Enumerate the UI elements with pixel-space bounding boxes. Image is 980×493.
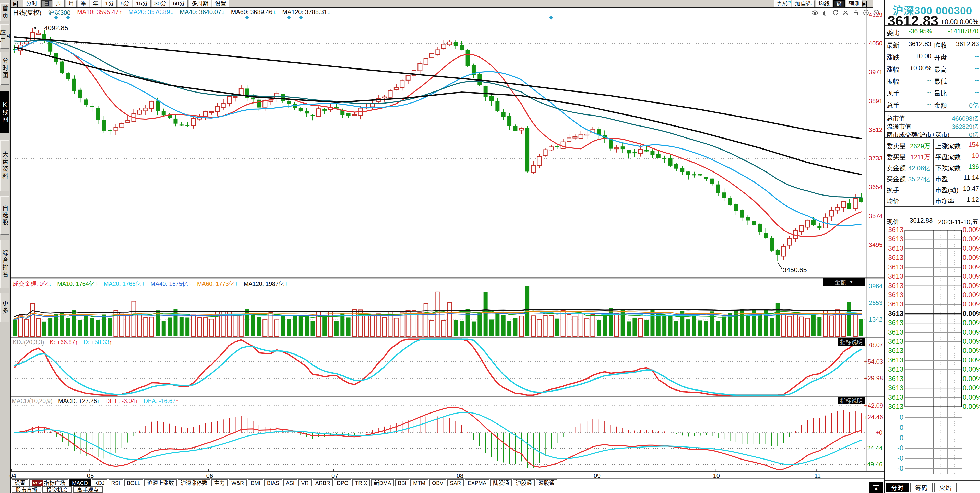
indicator-button-DPO[interactable]: DPO	[334, 479, 352, 487]
bottom-links: 股市直播投资机会高手观点	[12, 487, 103, 493]
tool-button-窗[interactable]: 窗	[834, 0, 845, 7]
indicator-button-RSI[interactable]: RSI	[108, 479, 123, 487]
period-button-多周期[interactable]: 多周期	[189, 0, 211, 7]
sidebar-item-首页[interactable]: 首页	[0, 3, 10, 21]
kdj-info-badge[interactable]: 指标说明	[837, 338, 865, 346]
sidebar-item-应用[interactable]: ▶▏应用	[0, 24, 10, 49]
period-button-60分[interactable]: 60分	[170, 0, 188, 7]
period-button-1分[interactable]: 1分	[102, 0, 117, 7]
indicator-button-新DMA[interactable]: 新DMA	[371, 479, 394, 487]
price-axis-label: 4129	[864, 11, 883, 18]
collapse-left-icon[interactable]: ▶▏	[13, 0, 21, 6]
volume-axis-label: 3964	[864, 282, 883, 290]
macd-info-badge[interactable]: 指标说明	[837, 397, 865, 404]
ladder-pct: 0.00%	[963, 356, 980, 364]
period-button-季[interactable]: 季	[78, 0, 89, 7]
sidebar-item-自选股[interactable]: 自选股	[0, 196, 10, 235]
period-button-周[interactable]: 周	[53, 0, 65, 7]
period-button-30分[interactable]: 30分	[152, 0, 169, 7]
trading-terminal: ▶▏ 分时日周月季年1分5分15分30分60分多周期设置 九转加自选均线窗预测 …	[0, 0, 980, 493]
sidebar-item-综合排名[interactable]: 综合排名	[0, 240, 10, 288]
tool-button-均线[interactable]: 均线	[816, 0, 832, 7]
indicator-button-SAR[interactable]: SAR	[447, 479, 464, 487]
bottom-link-高手观点[interactable]: 高手观点	[73, 487, 103, 493]
price-axis-label: 3812	[864, 126, 883, 133]
weibi-value: -36.95%	[908, 28, 932, 35]
ladder-price: 3613	[885, 273, 904, 280]
volume-axis-label: 2653	[864, 299, 883, 306]
indicator-button-深股通[interactable]: 深股通	[536, 479, 557, 487]
sidebar-item-更多[interactable]: 更多	[0, 293, 10, 322]
period-button-设置[interactable]: 设置	[212, 0, 229, 7]
tool-button-预测[interactable]: 预测	[846, 0, 862, 7]
indicator-button-VR[interactable]: VR	[298, 479, 311, 487]
indicator-button-BOLL[interactable]: BOLL	[124, 479, 143, 487]
indicator-button-MTM[interactable]: MTM	[410, 479, 428, 487]
ladder-pct: 0.00%	[963, 319, 980, 327]
bottom-link-投资机会[interactable]: 投资机会	[42, 487, 72, 493]
sidebar-item-大盘资料[interactable]: 大盘资料	[0, 140, 10, 191]
scroll-top-button[interactable]: ▲	[869, 482, 883, 493]
macd-value: MACD: +27.26↓	[58, 398, 100, 405]
period-button-月[interactable]: 月	[65, 0, 77, 7]
ladder-price: 3613	[885, 384, 904, 392]
period-button-年[interactable]: 年	[90, 0, 101, 7]
divider	[885, 137, 980, 138]
sidebar-item-分时图[interactable]: 分时图	[0, 52, 10, 85]
price-axis-label: 3891	[864, 97, 883, 105]
diff-value: DIFF: -3.04↑	[105, 398, 138, 405]
indicator-button-KDJ[interactable]: KDJ	[92, 479, 108, 487]
quote-label-最低: 最低	[934, 77, 947, 86]
indicator-button-主力[interactable]: 主力	[211, 479, 228, 487]
tab-火焰[interactable]: 火焰	[934, 482, 956, 492]
period-button-5分[interactable]: 5分	[118, 0, 132, 7]
quote-label-市盈: 市盈	[935, 174, 948, 183]
volume-mode-dropdown[interactable]: 金额 ▼	[823, 278, 865, 286]
bottom-link-股市直播[interactable]: 股市直播	[12, 487, 41, 493]
indicator-button-ASI[interactable]: ASI	[283, 479, 298, 487]
price-change-pct: +0.00%	[956, 18, 978, 26]
period-button-日[interactable]: 日	[41, 0, 52, 7]
quote-value-振幅: --	[901, 77, 931, 84]
indicator-button-MACD[interactable]: MACD	[69, 479, 91, 487]
indicator-button-BIAS[interactable]: BIAS	[264, 479, 282, 487]
indicator-button-BBI[interactable]: BBI	[395, 479, 409, 487]
ladder-price: 3613	[885, 365, 904, 373]
ladder-price: 3613	[885, 254, 904, 262]
collapse-right-icon[interactable]: ▶▏	[862, 0, 870, 6]
ladder-pct: 0.00%	[963, 329, 980, 336]
indicator-button-OBV[interactable]: OBV	[429, 479, 446, 487]
tool-button-九转[interactable]: 九转	[774, 0, 791, 7]
ladder-zero: -0	[885, 464, 904, 472]
tab-分时[interactable]: 分时	[886, 482, 908, 492]
quote-value-流通市值: 362829亿	[952, 122, 978, 131]
indicator-button-W&R[interactable]: W&R	[229, 479, 247, 487]
sidebar-item-K线图[interactable]: K线图	[0, 91, 10, 133]
indicator-button-沪股通[interactable]: 沪股通	[513, 479, 535, 487]
quote-value-涨跌: +0.00	[901, 53, 931, 60]
indicator-button-指标广场[interactable]: NEW指标广场	[29, 479, 68, 487]
quote-value-现手: --	[901, 88, 931, 96]
price-axis-label: 3495	[864, 241, 883, 249]
quote-value-最低: --	[948, 77, 979, 84]
kdj-axis-label: +78.07	[864, 341, 883, 349]
divider	[885, 480, 980, 481]
volume-ma-legend-item: MA60: 1773亿↓	[197, 279, 238, 288]
indicator-button-设置[interactable]: 设置	[12, 479, 28, 487]
period-button-15分[interactable]: 15分	[133, 0, 150, 7]
quote-label-昨收: 昨收	[934, 40, 947, 49]
toolbar-right-group: 九转加自选均线窗预测	[774, 0, 862, 8]
period-button-分时[interactable]: 分时	[23, 0, 40, 7]
indicator-button-ARBR[interactable]: ARBR	[313, 479, 333, 487]
indicator-button-EXPMA[interactable]: EXPMA	[465, 479, 489, 487]
ladder-price: 3613	[885, 300, 904, 308]
indicator-button-沪深涨停数[interactable]: 沪深涨停数	[178, 479, 210, 487]
tab-筹码[interactable]: 筹码	[910, 482, 932, 492]
quote-value-市净率: 1.12	[949, 196, 979, 203]
indicator-button-陆股通[interactable]: 陆股通	[490, 479, 512, 487]
macd-axis-label: -49.46	[864, 461, 883, 468]
indicator-button-TRIX[interactable]: TRIX	[352, 479, 370, 487]
tool-button-加自选[interactable]: 加自选	[792, 0, 815, 7]
indicator-button-DMI[interactable]: DMI	[248, 479, 263, 487]
indicator-button-沪深上涨数[interactable]: 沪深上涨数	[144, 479, 177, 487]
